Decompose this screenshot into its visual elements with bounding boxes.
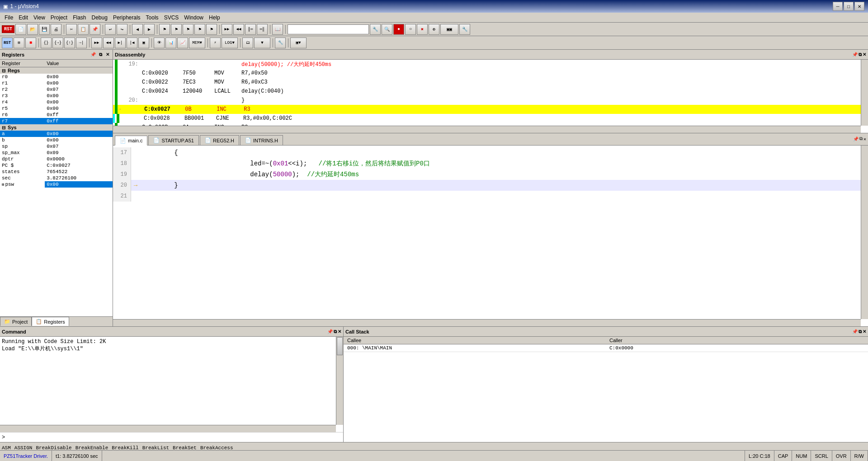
cmd-scrollbar-h[interactable] <box>0 425 336 432</box>
tb2-step-out[interactable]: {↑} <box>64 38 75 48</box>
panel-pin[interactable]: 📌 <box>90 52 96 58</box>
toolbar-nav-fwd[interactable]: ▶ <box>144 24 155 35</box>
cs-pin[interactable]: 📌 <box>852 329 858 334</box>
toolbar-save[interactable]: 💾 <box>39 24 50 35</box>
toolbar-b3[interactable]: ⚑ <box>183 24 193 35</box>
cmd-float[interactable]: ⧉ <box>334 329 337 334</box>
toolbar-print[interactable]: 🖨 <box>51 24 61 35</box>
toolbar-paste[interactable]: 📌 <box>90 24 100 35</box>
tb2-cmd3[interactable]: ▶| <box>115 38 126 48</box>
toolbar-cut[interactable]: ✂ <box>66 24 77 35</box>
close-button[interactable]: ✕ <box>854 2 864 11</box>
tb2-run-to[interactable]: →| <box>76 38 87 48</box>
tb2-extra3[interactable]: ▣▼ <box>290 38 307 48</box>
tab-project[interactable]: 📁 Project <box>0 317 32 326</box>
table-row[interactable]: r40x00 <box>0 99 113 105</box>
toolbar-outdent[interactable]: ◀◀ <box>233 24 244 35</box>
cmd-pin[interactable]: 📌 <box>327 329 333 334</box>
toolbar-book[interactable]: 📖 <box>272 24 283 35</box>
cmd-scroll-thumb[interactable] <box>337 337 343 355</box>
tab-intrins[interactable]: 📄 INTRINS.H <box>240 135 283 145</box>
toolbar-target-opt[interactable]: 🔧 <box>370 24 381 35</box>
disasm-float[interactable]: ⧉ <box>859 52 862 57</box>
tab-startup[interactable]: 📄 STARTUP.A51 <box>148 135 199 145</box>
tb2-step-over[interactable]: {→} <box>52 38 63 48</box>
table-row[interactable]: a0x00 <box>0 131 113 137</box>
command-input[interactable] <box>5 434 341 441</box>
toolbar-d4[interactable]: ⊕ <box>429 24 439 35</box>
code-scrollbar-bottom[interactable] <box>113 319 861 326</box>
menu-tools[interactable]: Tools <box>143 14 161 22</box>
table-row[interactable]: r50x00 <box>0 105 113 112</box>
tab-reg52[interactable]: 📄 REG52.H <box>200 135 239 145</box>
toolbar-b4[interactable]: ⚑ <box>194 24 205 35</box>
cmd-asm[interactable]: ASM <box>2 445 11 451</box>
cmd-break-list[interactable]: BreakList <box>142 445 169 451</box>
table-row[interactable]: r70xff <box>0 118 113 124</box>
tb2-watch1[interactable]: 👁 <box>154 38 165 48</box>
table-row[interactable]: sp0x07 <box>0 143 113 150</box>
tb2-watch3[interactable]: 📈 <box>177 38 188 48</box>
tb2-extra1[interactable]: 🗂 <box>242 38 253 48</box>
panel-close[interactable]: ✕ <box>104 52 111 58</box>
toolbar-nav-back[interactable]: ◀ <box>132 24 143 35</box>
toolbar-b1[interactable]: ⚑ <box>159 24 170 35</box>
menu-window[interactable]: Window <box>181 14 206 22</box>
cmd-break-disable[interactable]: BreakDisable <box>36 445 71 451</box>
callstack-content[interactable]: Callee Caller 000: \MAIN\MAIN C:0x0000 <box>344 337 868 442</box>
panel-float[interactable]: ⧉ <box>97 52 104 58</box>
toolbar-d5[interactable]: ▣▣ <box>440 24 458 35</box>
code-editor[interactable]: 17 { 18 led=~(0x01<<i); //将1右移i位，然后将结果赋值… <box>113 146 868 326</box>
table-row[interactable]: r20x07 <box>0 86 113 93</box>
cs-close[interactable]: ✕ <box>863 329 866 334</box>
table-row[interactable]: r00x00 <box>0 74 113 80</box>
toolbar-open[interactable]: 📂 <box>27 24 38 35</box>
registers-table[interactable]: Register Value ⊟ Regs r00x00 <box>0 60 113 316</box>
tb2-extra2[interactable]: ▼ <box>254 38 270 48</box>
menu-svcs[interactable]: SVCS <box>161 14 182 22</box>
toolbar-i3[interactable]: ║═ <box>245 24 256 35</box>
toolbar-i4[interactable]: ═║ <box>257 24 268 35</box>
cmd-close[interactable]: ✕ <box>338 329 341 334</box>
tb2-debug1[interactable]: RST <box>2 38 13 48</box>
disasm-scrollbar-bottom[interactable] <box>113 126 861 133</box>
table-row[interactable]: b0x00 <box>0 137 113 143</box>
table-row[interactable]: r60xff <box>0 112 113 118</box>
table-row[interactable]: r10x00 <box>0 80 113 86</box>
menu-help[interactable]: Help <box>206 14 223 22</box>
code-tab-pin[interactable]: 📌 <box>853 136 859 142</box>
table-row[interactable]: PC $C:0x0027 <box>0 162 113 169</box>
toolbar-search[interactable]: 🔍 <box>382 24 392 35</box>
cmd-assign[interactable]: ASSIGN <box>14 445 33 451</box>
toolbar-d3[interactable]: ✖ <box>417 24 428 35</box>
tab-registers[interactable]: 📋 Registers <box>32 317 69 326</box>
table-row[interactable]: 000: \MAIN\MAIN C:0x0000 <box>344 344 868 352</box>
menu-debug[interactable]: Debug <box>89 14 110 22</box>
disasm-close[interactable]: ✕ <box>863 52 866 57</box>
table-row[interactable]: sec3.82726100 <box>0 175 113 181</box>
tb2-dbg-target[interactable]: ⊞ <box>14 38 24 48</box>
disasm-scrollbar-right[interactable] <box>861 60 868 126</box>
table-row[interactable]: dptr0x0000 <box>0 156 113 162</box>
menu-project[interactable]: Project <box>48 14 70 22</box>
tb2-cmd5[interactable]: ▣ <box>138 38 149 48</box>
tb2-cmd2[interactable]: ◀◀ <box>103 38 114 48</box>
toolbar-b5[interactable]: ⚑ <box>206 24 217 35</box>
tab-mainc[interactable]: 📄 main.c <box>115 136 147 146</box>
toolbar-b2[interactable]: ⚑ <box>171 24 182 35</box>
tb2-cmd1[interactable]: ▶▶ <box>91 38 102 48</box>
table-row[interactable]: r30x00 <box>0 93 113 99</box>
target-dropdown[interactable] <box>288 24 369 34</box>
tb2-dbg-stop[interactable]: ■ <box>25 38 36 48</box>
code-tab-float[interactable]: ⧉ <box>859 136 863 142</box>
cmd-break-set[interactable]: BreakSet <box>173 445 197 451</box>
maximize-button[interactable]: □ <box>844 2 854 11</box>
cs-float[interactable]: ⧉ <box>859 329 862 334</box>
tb2-perf[interactable]: ⚡ <box>210 38 221 48</box>
disassembly-content[interactable]: 19: delay(50000); //大约延时450ms C:0x0020 7… <box>113 60 868 133</box>
tb2-logic[interactable]: LOG▼ <box>222 38 238 48</box>
code-scrollbar-right[interactable] <box>861 146 868 319</box>
cmd-break-enable[interactable]: BreakEnable <box>75 445 108 451</box>
toolbar-copy[interactable]: 📋 <box>78 24 89 35</box>
minimize-button[interactable]: ─ <box>833 2 843 11</box>
